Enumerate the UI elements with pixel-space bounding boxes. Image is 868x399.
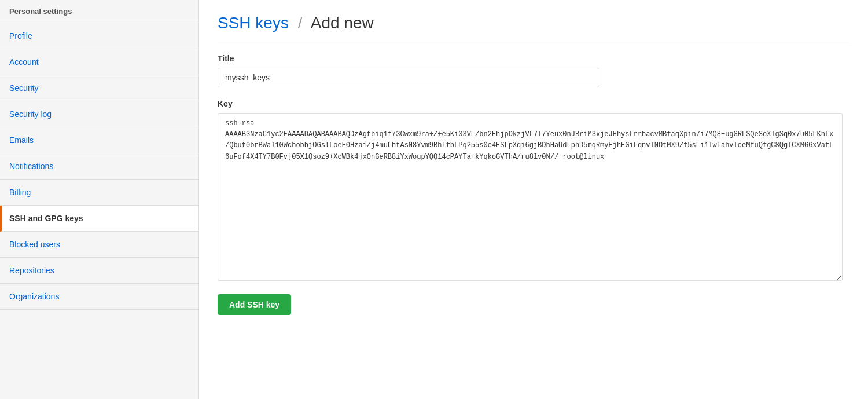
sidebar-item-security-log[interactable]: Security log [0, 101, 198, 127]
sidebar-link-notifications[interactable]: Notifications [0, 153, 198, 179]
sidebar: Personal settings ProfileAccountSecurity… [0, 0, 199, 399]
sidebar-item-emails[interactable]: Emails [0, 127, 198, 153]
sidebar-nav: ProfileAccountSecuritySecurity logEmails… [0, 23, 198, 399]
sidebar-item-profile[interactable]: Profile [0, 23, 198, 49]
breadcrumb-link[interactable]: SSH keys [218, 14, 289, 32]
sidebar-link-security[interactable]: Security [0, 75, 198, 101]
breadcrumb-current: Add new [311, 14, 374, 32]
breadcrumb-separator: / [298, 14, 303, 32]
sidebar-link-profile[interactable]: Profile [0, 23, 198, 49]
sidebar-item-security[interactable]: Security [0, 75, 198, 101]
sidebar-item-repositories[interactable]: Repositories [0, 258, 198, 284]
sidebar-link-organizations[interactable]: Organizations [0, 284, 198, 309]
sidebar-item-account[interactable]: Account [0, 49, 198, 75]
sidebar-header: Personal settings [0, 0, 198, 23]
title-group: Title [218, 54, 849, 87]
sidebar-link-blocked-users[interactable]: Blocked users [0, 232, 198, 257]
sidebar-link-security-log[interactable]: Security log [0, 101, 198, 127]
sidebar-item-organizations[interactable]: Organizations [0, 284, 198, 310]
key-group: Key [218, 99, 849, 283]
sidebar-link-repositories[interactable]: Repositories [0, 258, 198, 283]
sidebar-link-ssh-gpg-keys[interactable]: SSH and GPG keys [2, 206, 198, 231]
sidebar-item-ssh-gpg-keys[interactable]: SSH and GPG keys [0, 206, 198, 232]
title-label: Title [218, 54, 849, 63]
title-input[interactable] [218, 68, 599, 87]
sidebar-item-billing[interactable]: Billing [0, 180, 198, 206]
main-content: SSH keys / Add new Title Key Add SSH key [199, 0, 868, 399]
sidebar-item-blocked-users[interactable]: Blocked users [0, 232, 198, 258]
page-title: SSH keys / Add new [218, 14, 849, 42]
sidebar-link-emails[interactable]: Emails [0, 127, 198, 153]
key-label: Key [218, 99, 849, 108]
sidebar-link-account[interactable]: Account [0, 49, 198, 75]
sidebar-link-billing[interactable]: Billing [0, 180, 198, 205]
key-textarea[interactable] [218, 113, 843, 281]
sidebar-item-notifications[interactable]: Notifications [0, 153, 198, 180]
add-ssh-key-button[interactable]: Add SSH key [218, 294, 291, 315]
